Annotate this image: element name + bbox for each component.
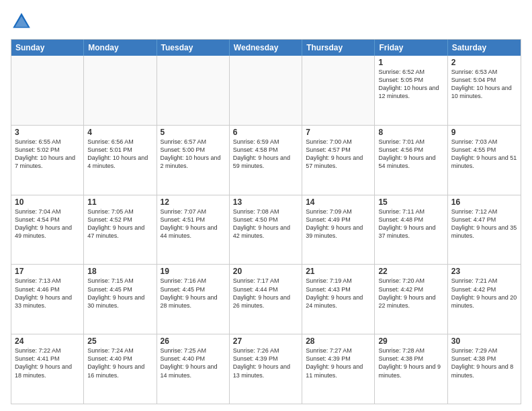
day-number: 8 [378,128,443,137]
calendar-cell: 18Sunrise: 7:15 AM Sunset: 4:45 PM Dayli… [84,265,157,334]
day-number: 10 [15,197,80,207]
calendar-row: 24Sunrise: 7:22 AM Sunset: 4:41 PM Dayli… [11,334,521,404]
calendar-header: SundayMondayTuesdayWednesdayThursdayFrid… [11,40,521,56]
day-info: Sunrise: 6:53 AM Sunset: 5:04 PM Dayligh… [451,68,517,101]
day-info: Sunrise: 6:59 AM Sunset: 4:58 PM Dayligh… [233,138,298,171]
calendar-cell: 17Sunrise: 7:13 AM Sunset: 4:46 PM Dayli… [11,265,84,334]
calendar-cell: 20Sunrise: 7:17 AM Sunset: 4:44 PM Dayli… [230,265,302,334]
calendar-cell: 10Sunrise: 7:04 AM Sunset: 4:54 PM Dayli… [11,195,84,265]
day-info: Sunrise: 7:29 AM Sunset: 4:38 PM Dayligh… [451,347,517,379]
day-info: Sunrise: 7:13 AM Sunset: 4:46 PM Dayligh… [15,277,80,310]
day-number: 12 [161,197,226,207]
day-info: Sunrise: 7:25 AM Sunset: 4:40 PM Dayligh… [161,347,226,379]
day-number: 2 [451,58,517,67]
day-info: Sunrise: 7:28 AM Sunset: 4:38 PM Dayligh… [378,347,443,379]
calendar-cell: 19Sunrise: 7:16 AM Sunset: 4:45 PM Dayli… [157,265,230,334]
day-info: Sunrise: 7:08 AM Sunset: 4:50 PM Dayligh… [233,208,298,240]
calendar-cell: 25Sunrise: 7:24 AM Sunset: 4:40 PM Dayli… [84,334,157,404]
calendar-cell: 28Sunrise: 7:27 AM Sunset: 4:39 PM Dayli… [302,334,375,404]
day-info: Sunrise: 6:52 AM Sunset: 5:05 PM Dayligh… [378,68,443,101]
calendar-cell: 14Sunrise: 7:09 AM Sunset: 4:49 PM Dayli… [302,195,375,265]
calendar-body: 1Sunrise: 6:52 AM Sunset: 5:05 PM Daylig… [11,56,521,404]
weekday-header: Saturday [448,40,521,56]
header [11,11,521,32]
day-info: Sunrise: 7:16 AM Sunset: 4:45 PM Dayligh… [161,277,226,310]
weekday-header: Monday [84,40,157,56]
day-number: 3 [15,128,80,137]
calendar-cell: 29Sunrise: 7:28 AM Sunset: 4:38 PM Dayli… [375,334,447,404]
calendar-cell: 27Sunrise: 7:26 AM Sunset: 4:39 PM Dayli… [230,334,302,404]
day-info: Sunrise: 6:56 AM Sunset: 5:01 PM Dayligh… [87,138,152,171]
calendar-cell: 3Sunrise: 6:55 AM Sunset: 5:02 PM Daylig… [11,126,84,195]
calendar-cell: 9Sunrise: 7:03 AM Sunset: 4:55 PM Daylig… [448,126,521,195]
calendar-cell [157,56,230,125]
calendar-cell: 8Sunrise: 7:01 AM Sunset: 4:56 PM Daylig… [375,126,447,195]
calendar-row: 3Sunrise: 6:55 AM Sunset: 5:02 PM Daylig… [11,125,521,195]
day-info: Sunrise: 7:27 AM Sunset: 4:39 PM Dayligh… [306,347,371,379]
day-number: 28 [306,336,371,346]
weekday-header: Sunday [11,40,84,56]
calendar-cell: 11Sunrise: 7:05 AM Sunset: 4:52 PM Dayli… [84,195,157,265]
calendar-cell: 7Sunrise: 7:00 AM Sunset: 4:57 PM Daylig… [302,126,375,195]
day-number: 1 [378,58,443,67]
calendar: SundayMondayTuesdayWednesdayThursdayFrid… [11,39,521,404]
day-info: Sunrise: 7:07 AM Sunset: 4:51 PM Dayligh… [161,208,226,240]
calendar-row: 1Sunrise: 6:52 AM Sunset: 5:05 PM Daylig… [11,56,521,125]
day-number: 21 [306,267,371,276]
calendar-cell: 1Sunrise: 6:52 AM Sunset: 5:05 PM Daylig… [375,56,447,125]
calendar-cell: 15Sunrise: 7:11 AM Sunset: 4:48 PM Dayli… [375,195,447,265]
day-info: Sunrise: 7:04 AM Sunset: 4:54 PM Dayligh… [15,208,80,240]
logo [11,11,35,32]
calendar-cell [84,56,157,125]
day-info: Sunrise: 7:00 AM Sunset: 4:57 PM Dayligh… [306,138,371,171]
calendar-cell: 2Sunrise: 6:53 AM Sunset: 5:04 PM Daylig… [448,56,521,125]
day-number: 9 [451,128,517,137]
day-number: 17 [15,267,80,276]
day-number: 19 [161,267,226,276]
day-info: Sunrise: 7:01 AM Sunset: 4:56 PM Dayligh… [378,138,443,171]
day-number: 16 [451,197,517,207]
day-info: Sunrise: 6:55 AM Sunset: 5:02 PM Dayligh… [15,138,80,171]
logo-icon [11,11,32,32]
weekday-header: Friday [375,40,447,56]
calendar-cell: 22Sunrise: 7:20 AM Sunset: 4:42 PM Dayli… [375,265,447,334]
day-number: 14 [306,197,371,207]
day-info: Sunrise: 7:05 AM Sunset: 4:52 PM Dayligh… [87,208,152,240]
day-info: Sunrise: 7:21 AM Sunset: 4:42 PM Dayligh… [451,277,517,310]
day-number: 25 [87,336,152,346]
day-number: 29 [378,336,443,346]
calendar-cell: 23Sunrise: 7:21 AM Sunset: 4:42 PM Dayli… [448,265,521,334]
calendar-cell: 4Sunrise: 6:56 AM Sunset: 5:01 PM Daylig… [84,126,157,195]
weekday-header: Tuesday [157,40,230,56]
day-number: 11 [87,197,152,207]
calendar-cell: 5Sunrise: 6:57 AM Sunset: 5:00 PM Daylig… [157,126,230,195]
day-number: 15 [378,197,443,207]
calendar-cell [302,56,375,125]
day-number: 26 [161,336,226,346]
day-info: Sunrise: 7:22 AM Sunset: 4:41 PM Dayligh… [15,347,80,379]
calendar-cell: 26Sunrise: 7:25 AM Sunset: 4:40 PM Dayli… [157,334,230,404]
day-info: Sunrise: 7:17 AM Sunset: 4:44 PM Dayligh… [233,277,298,310]
day-number: 22 [378,267,443,276]
day-number: 18 [87,267,152,276]
calendar-row: 17Sunrise: 7:13 AM Sunset: 4:46 PM Dayli… [11,264,521,334]
day-number: 6 [233,128,298,137]
weekday-header: Wednesday [230,40,302,56]
day-info: Sunrise: 7:11 AM Sunset: 4:48 PM Dayligh… [378,208,443,240]
day-info: Sunrise: 7:26 AM Sunset: 4:39 PM Dayligh… [233,347,298,379]
day-info: Sunrise: 7:12 AM Sunset: 4:47 PM Dayligh… [451,208,517,240]
calendar-cell: 12Sunrise: 7:07 AM Sunset: 4:51 PM Dayli… [157,195,230,265]
day-info: Sunrise: 7:20 AM Sunset: 4:42 PM Dayligh… [378,277,443,310]
calendar-cell: 30Sunrise: 7:29 AM Sunset: 4:38 PM Dayli… [448,334,521,404]
day-info: Sunrise: 7:15 AM Sunset: 4:45 PM Dayligh… [87,277,152,310]
day-number: 13 [233,197,298,207]
weekday-header: Thursday [302,40,375,56]
calendar-cell: 13Sunrise: 7:08 AM Sunset: 4:50 PM Dayli… [230,195,302,265]
calendar-cell: 16Sunrise: 7:12 AM Sunset: 4:47 PM Dayli… [448,195,521,265]
day-info: Sunrise: 7:24 AM Sunset: 4:40 PM Dayligh… [87,347,152,379]
day-number: 27 [233,336,298,346]
day-number: 24 [15,336,80,346]
calendar-cell [11,56,84,125]
day-number: 5 [161,128,226,137]
day-number: 7 [306,128,371,137]
